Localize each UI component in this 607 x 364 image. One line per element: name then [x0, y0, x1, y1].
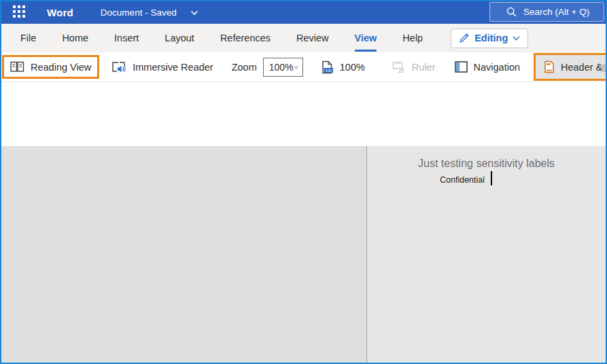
zoom-100-badge: 100	[325, 68, 331, 72]
search-icon	[506, 7, 517, 17]
text-cursor-caret	[491, 171, 492, 185]
header-footer-button[interactable]: Header & Footer	[536, 55, 607, 79]
tab-layout[interactable]: Layout	[164, 24, 194, 52]
editing-chevron-down-icon	[513, 36, 520, 41]
zoom-100-label: 100%	[340, 62, 365, 73]
tab-home[interactable]: Home	[62, 24, 88, 52]
header-footer-page-icon	[544, 60, 555, 73]
zoom-select-dropdown[interactable]: 100%	[263, 58, 303, 77]
pencil-icon	[459, 33, 470, 43]
reading-view-highlight-box: Reading View	[2, 55, 99, 79]
search-placeholder: Search (Alt + Q)	[523, 7, 589, 17]
tab-review[interactable]: Review	[296, 24, 329, 52]
immersive-reader-button[interactable]: Immersive Reader	[105, 57, 219, 77]
zoom-label: Zoom	[232, 62, 257, 73]
ruler-icon	[392, 61, 406, 73]
ruler-label: Ruler	[412, 62, 436, 73]
dimmed-page-right-region[interactable]: Just testing sensitivity labels	[367, 146, 606, 363]
zoom-select-chevron-down-icon	[294, 65, 298, 69]
tab-help[interactable]: Help	[402, 24, 423, 52]
search-box[interactable]: Search (Alt + Q)	[489, 2, 604, 22]
reading-view-label: Reading View	[31, 62, 91, 73]
document-header-area[interactable]: Confidential	[1, 82, 606, 146]
dimmed-page-left-region[interactable]	[1, 146, 366, 363]
app-name: Word	[47, 7, 73, 18]
cutoff-ribbon-item-icon: ▩	[601, 62, 606, 73]
ribbon-view-tab: Reading View Immersive Reader Zoom 100%	[1, 52, 606, 82]
tab-references[interactable]: References	[220, 24, 271, 52]
document-header-text[interactable]: Confidential	[440, 175, 485, 185]
app-launcher-waffle-icon[interactable]	[13, 5, 28, 20]
tab-insert[interactable]: Insert	[114, 24, 139, 52]
tab-file[interactable]: File	[20, 24, 36, 52]
document-title-status[interactable]: Document - Saved	[101, 7, 177, 18]
document-title-chevron-down-icon[interactable]	[190, 10, 198, 16]
document-body-text: Just testing sensitivity labels	[367, 158, 606, 170]
header-footer-highlight-box: Header & Footer	[534, 53, 607, 81]
navigation-toggle-button[interactable]: Navigation	[449, 57, 527, 77]
navigation-pane-icon	[455, 61, 468, 73]
editing-label: Editing	[474, 33, 508, 43]
tab-view[interactable]: View	[355, 24, 377, 52]
navigation-label: Navigation	[474, 62, 521, 73]
menubar: File Home Insert Layout References Revie…	[1, 24, 606, 52]
zoom-select-value: 100%	[269, 62, 294, 73]
zoom-to-100-button[interactable]: 100 100%	[315, 56, 371, 78]
word-online-window: Word Document - Saved Search (Alt + Q) F…	[0, 0, 607, 364]
header-footer-label: Header & Footer	[561, 62, 607, 73]
reading-view-book-icon	[10, 61, 24, 73]
immersive-reader-label: Immersive Reader	[133, 62, 213, 73]
reading-view-button[interactable]: Reading View	[4, 57, 97, 77]
titlebar: Word Document - Saved Search (Alt + Q)	[1, 1, 606, 24]
editing-mode-button[interactable]: Editing	[451, 29, 528, 48]
immersive-reader-icon	[111, 61, 126, 73]
ruler-toggle-button: Ruler	[386, 57, 442, 77]
zoom-100-page-icon: 100	[321, 60, 334, 74]
document-body-area: Just testing sensitivity labels	[1, 146, 606, 363]
